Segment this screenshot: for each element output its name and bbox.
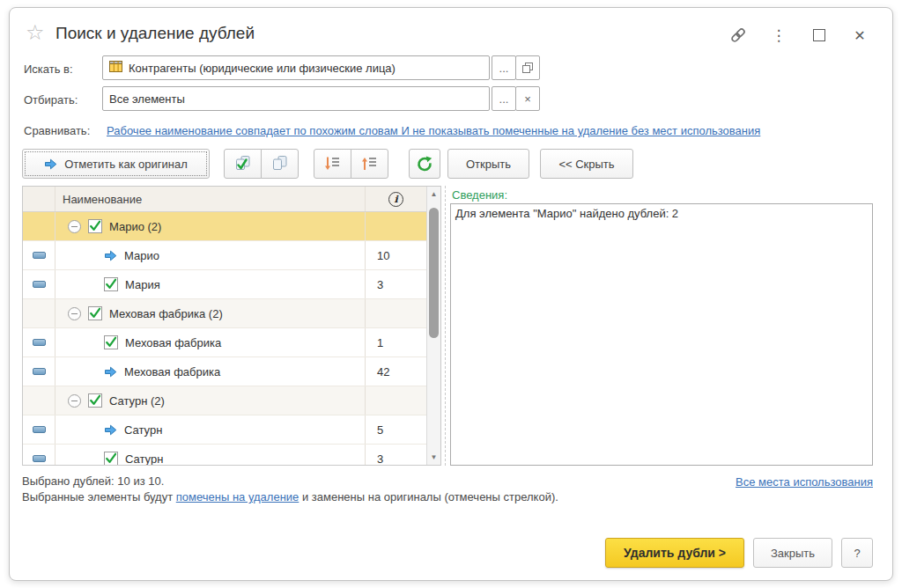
refresh-button[interactable] (409, 149, 440, 179)
close-icon[interactable]: ✕ (850, 26, 869, 45)
clear-all-checkboxes-button[interactable] (261, 149, 299, 179)
row-name-cell: Сатурн (55, 415, 366, 444)
table-row[interactable]: Мария3 (23, 270, 426, 299)
row-label: Сатурн (125, 452, 163, 466)
row-type-cell (23, 328, 55, 356)
row-label: Меховая фабрика (124, 365, 220, 379)
type-column-header[interactable] (23, 187, 55, 211)
favorite-star-icon[interactable]: ☆ (26, 22, 45, 43)
usage-count (366, 212, 426, 240)
scroll-down-icon[interactable]: ▼ (427, 451, 440, 464)
row-checkbox[interactable] (88, 219, 102, 233)
mark-as-original-button[interactable]: Отметить как оригинал (22, 149, 210, 179)
row-checkbox[interactable] (88, 306, 102, 320)
window-controls: ⋮ ✕ (728, 26, 869, 45)
collapse-toggle-icon[interactable] (68, 394, 81, 408)
usage-count (366, 299, 426, 327)
delete-duplicates-button[interactable]: Удалить дубли > (605, 538, 744, 568)
table-header: Наименование i (23, 187, 426, 212)
more-menu-icon[interactable]: ⋮ (769, 26, 788, 45)
original-arrow-icon (44, 158, 57, 171)
row-name-cell: Меховая фабрика (55, 328, 366, 356)
expand-all-button[interactable] (314, 149, 351, 179)
row-checkbox[interactable] (104, 335, 118, 349)
filter-label: Отбирать: (24, 93, 78, 107)
table-row[interactable]: Марио (2) (23, 212, 426, 241)
table-row[interactable]: Меховая фабрика1 (23, 328, 426, 357)
original-arrow-icon (104, 249, 117, 262)
table-row[interactable]: Сатурн3 (23, 445, 426, 466)
row-label: Сатурн (2) (109, 394, 165, 408)
details-text-area[interactable]: Для элемента "Марио" найдено дублей: 2 (450, 203, 873, 466)
filter-value: Все элементы (109, 92, 185, 106)
original-arrow-icon (104, 423, 117, 437)
maximize-icon[interactable] (810, 26, 829, 45)
refresh-icon (417, 156, 433, 172)
search-in-field[interactable]: Контрагенты (юридические или физические … (102, 55, 490, 80)
minus-glyph (71, 313, 78, 314)
close-button[interactable]: Закрыть (753, 538, 832, 568)
set-all-checkboxes-button[interactable] (224, 149, 262, 179)
dup-table-rows: Марио (2)Марио10Мария3Меховая фабрика (2… (23, 212, 440, 466)
table-row[interactable]: Сатурн (2) (23, 386, 426, 415)
info-column-header[interactable]: i (366, 192, 426, 207)
table-scrollbar[interactable]: ▲ ▼ (426, 187, 440, 465)
compare-label: Сравнивать: (24, 124, 90, 137)
row-checkbox[interactable] (104, 452, 118, 466)
search-in-label: Искать в: (24, 62, 73, 76)
row-checkbox[interactable] (104, 277, 118, 291)
panel-splitter[interactable] (445, 186, 446, 466)
row-label: Сатурн (124, 423, 162, 437)
row-type-cell (23, 357, 55, 386)
row-checkbox[interactable] (88, 393, 102, 408)
search-in-choose-button[interactable]: ... (492, 55, 516, 80)
row-type-cell (23, 445, 55, 466)
details-label: Сведения: (452, 188, 507, 202)
scrollbar-thumb[interactable] (429, 208, 439, 338)
usage-count: 1 (366, 328, 426, 356)
footer-note: Выбранные элементы будут помечены на уда… (22, 490, 558, 503)
filter-field[interactable]: Все элементы (102, 86, 490, 111)
usage-count: 3 (366, 445, 426, 466)
row-type-cell (23, 386, 55, 415)
hide-button[interactable]: << Скрыть (540, 149, 633, 179)
row-label: Мария (125, 278, 160, 291)
scroll-up-icon[interactable]: ▲ (427, 187, 440, 201)
link-icon[interactable] (728, 26, 748, 45)
tree-button-group (314, 149, 388, 179)
original-arrow-icon (104, 365, 117, 379)
filter-choose-button[interactable]: ... (492, 86, 516, 111)
search-in-open-button[interactable] (515, 55, 540, 80)
collapse-all-button[interactable] (351, 149, 388, 179)
table-row[interactable]: Меховая фабрика42 (23, 357, 426, 386)
mark-deletion-link[interactable]: помечены на удаление (176, 490, 299, 503)
usage-count: 42 (366, 357, 426, 386)
row-name-cell: Меховая фабрика (2) (55, 299, 366, 327)
usage-count (366, 386, 426, 415)
name-column-header[interactable]: Наименование (55, 187, 366, 211)
row-label: Марио (2) (109, 220, 161, 233)
collapse-toggle-icon[interactable] (68, 220, 81, 233)
compare-rule-link[interactable]: Рабочее наименование совпадает по похожи… (107, 124, 760, 137)
row-name-cell: Марио (55, 241, 366, 269)
collapse-toggle-icon[interactable] (68, 307, 81, 320)
selected-count-text: Выбрано дублей: 10 из 10. (22, 474, 164, 488)
help-button[interactable]: ? (841, 538, 873, 568)
filter-clear-button[interactable]: × (515, 86, 540, 111)
table-row[interactable]: Марио10 (23, 241, 426, 270)
row-type-cell (23, 212, 55, 240)
open-window-icon (521, 62, 534, 74)
row-type-cell (23, 299, 55, 327)
duplicates-dialog: ☆ Поиск и удаление дублей ⋮ ✕ Искать в: … (9, 7, 893, 581)
table-row[interactable]: Меховая фабрика (2) (23, 299, 426, 328)
usage-places-link[interactable]: Все места использования (736, 475, 873, 489)
element-icon (33, 455, 46, 462)
row-name-cell: Меховая фабрика (55, 357, 366, 386)
minus-glyph (71, 401, 78, 401)
open-button[interactable]: Открыть (447, 149, 529, 179)
row-type-cell (23, 270, 55, 298)
element-icon (33, 281, 46, 288)
table-row[interactable]: Сатурн5 (23, 415, 426, 445)
row-type-cell (23, 415, 55, 444)
row-name-cell: Мария (55, 270, 366, 298)
